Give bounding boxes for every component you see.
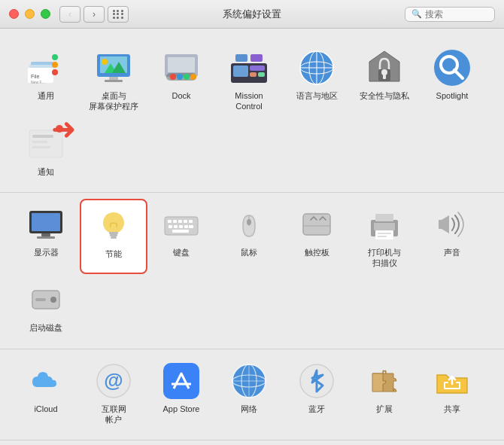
pref-printer[interactable]: 打印机与 扫描仪	[351, 199, 418, 275]
sharing-icon	[433, 361, 472, 401]
svg-point-5	[52, 69, 58, 75]
search-box[interactable]: 🔍	[405, 7, 495, 22]
maximize-button[interactable]	[41, 9, 50, 19]
svg-text:File: File	[31, 74, 39, 79]
svg-rect-16	[168, 57, 195, 72]
pref-display[interactable]: 显示器	[12, 199, 80, 275]
svg-text:New F...: New F...	[31, 80, 44, 84]
svg-rect-83	[35, 298, 46, 301]
svg-rect-65	[174, 225, 178, 228]
section-system: File New F... 通用	[0, 36, 504, 192]
spotlight-label: Spotlight	[436, 90, 469, 101]
svg-rect-27	[235, 54, 247, 62]
section2-grid: 显示器	[12, 199, 492, 340]
pref-energy[interactable]: 节能	[80, 199, 147, 275]
pref-startup[interactable]: 启动磁盘	[12, 274, 80, 339]
svg-rect-80	[439, 220, 448, 229]
pref-general[interactable]: File New F... 通用	[12, 42, 80, 118]
svg-rect-86	[163, 363, 199, 399]
pref-dock[interactable]: Dock	[147, 42, 215, 118]
search-icon: 🔍	[411, 9, 422, 19]
svg-point-20	[184, 74, 190, 80]
svg-rect-79	[378, 236, 387, 237]
desktop-label: 桌面与 屏幕保护程序	[89, 90, 138, 112]
mission-label: Mission Control	[235, 90, 263, 112]
svg-point-6	[52, 62, 58, 68]
pref-sharing[interactable]: 共享	[418, 355, 486, 431]
window-title: 系统偏好设置	[223, 8, 281, 21]
svg-rect-43	[32, 141, 47, 143]
pref-mission-control[interactable]: Mission Control	[215, 42, 283, 118]
svg-rect-75	[374, 223, 395, 230]
pref-language[interactable]: 语言与地区	[283, 42, 351, 118]
svg-point-82	[50, 297, 56, 303]
svg-rect-26	[258, 72, 265, 77]
pref-sound[interactable]: 声音	[418, 199, 486, 275]
mouse-icon	[229, 205, 269, 244]
svg-rect-64	[169, 225, 172, 228]
section-internet: iCloud @ 互联网 帐户	[0, 349, 504, 440]
pref-trackpad[interactable]: 触控板	[283, 199, 351, 275]
pref-internet-accounts[interactable]: @ 互联网 帐户	[80, 355, 147, 431]
trackpad-label: 触控板	[305, 247, 329, 258]
pref-appstore[interactable]: App Store	[147, 355, 215, 431]
general-icon: File New F...	[26, 48, 65, 87]
svg-rect-72	[303, 214, 330, 235]
section-users: 用户与群组 家长控制	[0, 440, 504, 445]
display-label: 显示器	[34, 247, 59, 258]
pref-keyboard[interactable]: 键盘	[147, 199, 215, 275]
extension-label: 扩展	[376, 404, 393, 414]
svg-rect-77	[375, 230, 393, 239]
printer-label: 打印机与 扫描仪	[368, 247, 401, 269]
pref-desktop[interactable]: 桌面与 屏幕保护程序	[80, 42, 147, 118]
bluetooth-label: 蓝牙	[308, 404, 325, 414]
display-icon	[26, 205, 65, 244]
pref-icloud[interactable]: iCloud	[12, 355, 80, 431]
notification-badge	[55, 124, 64, 133]
pref-security[interactable]: 安全性与隐私	[351, 42, 418, 118]
pref-extension[interactable]: 扩展	[351, 355, 418, 431]
svg-point-71	[247, 219, 251, 225]
back-button[interactable]: ‹	[59, 6, 80, 23]
notification-icon	[26, 124, 65, 163]
svg-rect-42	[32, 135, 53, 138]
svg-rect-48	[37, 236, 55, 239]
svg-rect-13	[109, 77, 118, 80]
svg-rect-24	[250, 66, 265, 71]
pref-mouse[interactable]: 鼠标	[215, 199, 283, 275]
mission-icon	[229, 48, 269, 87]
svg-rect-63	[189, 220, 193, 223]
svg-rect-61	[178, 220, 182, 223]
icon-grid-area: File New F... 通用	[0, 29, 504, 445]
notification-label: 通知	[38, 166, 54, 177]
pref-network[interactable]: 网络	[215, 355, 283, 431]
appstore-icon	[162, 361, 201, 401]
extension-icon	[365, 361, 404, 401]
language-label: 语言与地区	[296, 90, 338, 101]
keyboard-label: 键盘	[173, 247, 190, 258]
svg-rect-59	[168, 220, 172, 223]
search-input[interactable]	[425, 9, 493, 20]
printer-icon	[365, 205, 404, 244]
pref-notification[interactable]: 通知	[12, 118, 80, 183]
pref-bluetooth[interactable]: 蓝牙	[283, 355, 351, 431]
startup-label: 启动磁盘	[29, 322, 62, 333]
desktop-icon	[94, 48, 133, 87]
svg-rect-60	[173, 220, 177, 223]
svg-rect-44	[32, 146, 50, 148]
security-icon	[365, 48, 404, 87]
language-icon	[297, 48, 336, 87]
grid-view-button[interactable]	[108, 6, 129, 23]
energy-icon	[94, 206, 133, 245]
close-button[interactable]	[9, 9, 19, 19]
trackpad-icon	[297, 205, 336, 244]
icloud-icon	[26, 361, 65, 401]
minimize-button[interactable]	[25, 9, 35, 19]
svg-rect-68	[189, 225, 193, 228]
main-content: File New F... 通用	[0, 29, 504, 445]
general-label: 通用	[38, 90, 54, 101]
pref-spotlight[interactable]: Spotlight	[418, 42, 486, 118]
forward-button[interactable]: ›	[83, 6, 105, 23]
startup-icon	[26, 280, 65, 319]
bluetooth-icon	[297, 361, 336, 401]
